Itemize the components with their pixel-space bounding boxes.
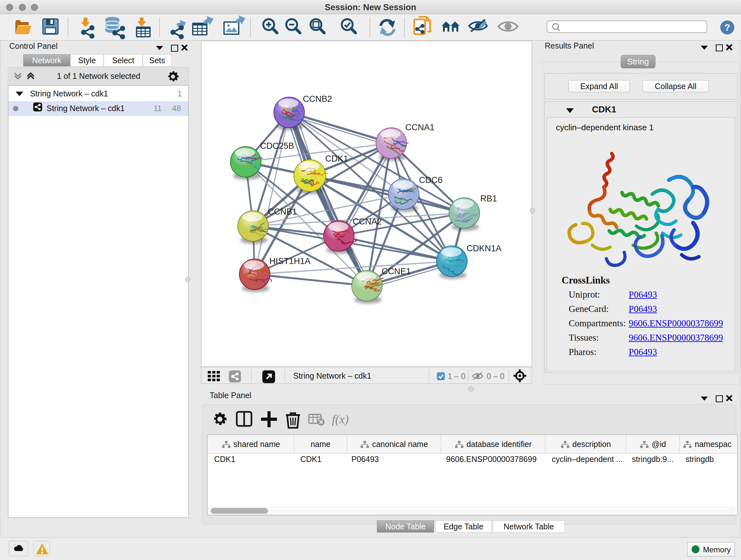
svg-text:CCNE1: CCNE1 (382, 266, 411, 276)
svg-text:CDK1: CDK1 (325, 154, 348, 164)
svg-text:CDKN1A: CDKN1A (467, 244, 502, 253)
svg-text:CDC25B: CDC25B (260, 141, 294, 151)
svg-text:CCNB1: CCNB1 (268, 207, 297, 216)
svg-text:RB1: RB1 (480, 194, 497, 203)
svg-text:?: ? (724, 22, 730, 33)
svg-text:CCNA1: CCNA1 (405, 123, 434, 132)
svg-text:CCNA2: CCNA2 (353, 217, 382, 226)
svg-text:f(x): f(x) (332, 413, 349, 426)
svg-text:CCNB2: CCNB2 (303, 94, 332, 104)
svg-text:HIST1H1A: HIST1H1A (269, 256, 311, 266)
svg-text:CDC6: CDC6 (419, 175, 443, 185)
